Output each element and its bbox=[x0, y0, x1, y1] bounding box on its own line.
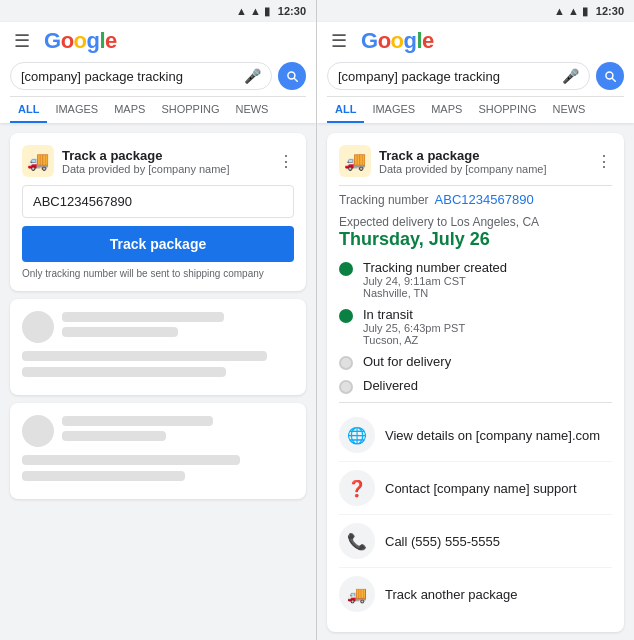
tab-images-right[interactable]: IMAGES bbox=[364, 97, 423, 123]
card-header-right-content: 🚚 Track a package Data provided by [comp… bbox=[339, 145, 547, 177]
timeline-content-2: Out for delivery bbox=[363, 354, 451, 369]
skeleton-lines-1 bbox=[62, 312, 294, 342]
left-panel: ▲ ▲ ▮ 12:30 ☰ Google 🎤 ALL IMAGES MAPS bbox=[0, 0, 317, 640]
question-icon: ❓ bbox=[339, 470, 375, 506]
action-track-another-label: Track another package bbox=[385, 587, 517, 602]
action-view-details[interactable]: 🌐 View details on [company name].com bbox=[339, 409, 612, 462]
timeline-content-1: In transit July 25, 6:43pm PSTTucson, AZ bbox=[363, 307, 465, 346]
status-icons-right: ▲ ▲ ▮ bbox=[554, 5, 588, 18]
header-right: ☰ Google 🎤 ALL IMAGES MAPS SHOPPING NEWS bbox=[317, 22, 634, 123]
battery-icon-right: ▮ bbox=[582, 5, 588, 18]
timeline-title-2: Out for delivery bbox=[363, 354, 451, 369]
skeleton-card-2 bbox=[10, 403, 306, 499]
tab-news-left[interactable]: NEWS bbox=[227, 97, 276, 123]
timeline-content-3: Delivered bbox=[363, 378, 418, 393]
content-right: 🚚 Track a package Data provided by [comp… bbox=[317, 123, 634, 640]
nav-tabs-right: ALL IMAGES MAPS SHOPPING NEWS bbox=[327, 96, 624, 123]
tab-shopping-left[interactable]: SHOPPING bbox=[153, 97, 227, 123]
timeline-item-2: Out for delivery bbox=[339, 354, 612, 370]
action-call-label: Call (555) 555-5555 bbox=[385, 534, 500, 549]
timeline-item-1: In transit July 25, 6:43pm PSTTucson, AZ bbox=[339, 307, 612, 346]
card-title-left: Track a package bbox=[62, 148, 230, 163]
delivery-label: Expected delivery to Los Angeles, CA bbox=[339, 215, 612, 229]
time-left: 12:30 bbox=[278, 5, 306, 17]
skeleton-line-1a bbox=[62, 312, 224, 322]
track-package-button[interactable]: Track package bbox=[22, 226, 294, 262]
divider-1 bbox=[339, 185, 612, 186]
action-contact-support[interactable]: ❓ Contact [company name] support bbox=[339, 462, 612, 515]
track-package-card-right: 🚚 Track a package Data provided by [comp… bbox=[327, 133, 624, 632]
right-panel: ▲ ▲ ▮ 12:30 ☰ Google 🎤 ALL IMAGES MAPS bbox=[317, 0, 634, 640]
timeline-dot-2 bbox=[339, 356, 353, 370]
tracking-number-input[interactable] bbox=[22, 185, 294, 218]
action-track-another[interactable]: 🚚 Track another package bbox=[339, 568, 612, 620]
delivery-date: Thursday, July 26 bbox=[339, 229, 612, 250]
signal-icon-right: ▲ bbox=[554, 5, 565, 17]
search-row-right: 🎤 bbox=[327, 62, 624, 90]
skeleton-line-1b bbox=[62, 327, 178, 337]
action-view-details-label: View details on [company name].com bbox=[385, 428, 600, 443]
skeleton-line-2b bbox=[62, 431, 166, 441]
timeline-title-3: Delivered bbox=[363, 378, 418, 393]
tracking-number-row: Tracking number ABC1234567890 bbox=[339, 192, 612, 207]
mic-icon-right[interactable]: 🎤 bbox=[562, 68, 579, 84]
skeleton-circle-1 bbox=[22, 311, 54, 343]
timeline: Tracking number created July 24, 9:11am … bbox=[339, 260, 612, 394]
phone-icon: 📞 bbox=[339, 523, 375, 559]
three-dots-right[interactable]: ⋮ bbox=[596, 152, 612, 171]
google-logo-right: Google bbox=[361, 28, 434, 54]
skeleton-block-2a bbox=[22, 455, 240, 465]
timeline-title-1: In transit bbox=[363, 307, 465, 322]
card-header-left: 🚚 Track a package Data provided by [comp… bbox=[22, 145, 294, 177]
card-title-right: Track a package bbox=[379, 148, 547, 163]
header-top-right: ☰ Google bbox=[327, 28, 624, 54]
skeleton-circle-2 bbox=[22, 415, 54, 447]
timeline-dot-0 bbox=[339, 262, 353, 276]
search-input-left[interactable] bbox=[21, 69, 238, 84]
globe-icon: 🌐 bbox=[339, 417, 375, 453]
time-right: 12:30 bbox=[596, 5, 624, 17]
signal-icon: ▲ bbox=[236, 5, 247, 17]
search-bar-left[interactable]: 🎤 bbox=[10, 62, 272, 90]
tab-shopping-right[interactable]: SHOPPING bbox=[470, 97, 544, 123]
card-subtitle-right: Data provided by [company name] bbox=[379, 163, 547, 175]
tracking-label: Tracking number bbox=[339, 193, 429, 207]
tab-all-left[interactable]: ALL bbox=[10, 97, 47, 123]
search-row-left: 🎤 bbox=[10, 62, 306, 90]
skeleton-lines-2 bbox=[62, 416, 294, 446]
timeline-item-0: Tracking number created July 24, 9:11am … bbox=[339, 260, 612, 299]
search-input-right[interactable] bbox=[338, 69, 556, 84]
timeline-detail-1: July 25, 6:43pm PSTTucson, AZ bbox=[363, 322, 465, 346]
tracking-number-link[interactable]: ABC1234567890 bbox=[435, 192, 534, 207]
tab-maps-right[interactable]: MAPS bbox=[423, 97, 470, 123]
google-logo-left: Google bbox=[44, 28, 117, 54]
action-call[interactable]: 📞 Call (555) 555-5555 bbox=[339, 515, 612, 568]
card-subtitle-left: Data provided by [company name] bbox=[62, 163, 230, 175]
tab-maps-left[interactable]: MAPS bbox=[106, 97, 153, 123]
status-icons-left: ▲ ▲ ▮ bbox=[236, 5, 270, 18]
skeleton-block-1a bbox=[22, 351, 267, 361]
wifi-icon-right: ▲ bbox=[568, 5, 579, 17]
three-dots-left[interactable]: ⋮ bbox=[278, 152, 294, 171]
hamburger-menu-left[interactable]: ☰ bbox=[10, 28, 34, 54]
card-titles-right: Track a package Data provided by [compan… bbox=[379, 148, 547, 175]
action-contact-label: Contact [company name] support bbox=[385, 481, 577, 496]
tab-news-right[interactable]: NEWS bbox=[544, 97, 593, 123]
timeline-title-0: Tracking number created bbox=[363, 260, 507, 275]
timeline-content-0: Tracking number created July 24, 9:11am … bbox=[363, 260, 507, 299]
card-header-right: 🚚 Track a package Data provided by [comp… bbox=[339, 145, 612, 177]
tab-all-right[interactable]: ALL bbox=[327, 97, 364, 123]
skeleton-line-2a bbox=[62, 416, 213, 426]
mic-icon-left[interactable]: 🎤 bbox=[244, 68, 261, 84]
skeleton-block-1b bbox=[22, 367, 226, 377]
search-bar-right[interactable]: 🎤 bbox=[327, 62, 590, 90]
hamburger-menu-right[interactable]: ☰ bbox=[327, 28, 351, 54]
header-top-left: ☰ Google bbox=[10, 28, 306, 54]
truck-action-icon: 🚚 bbox=[339, 576, 375, 612]
tab-images-left[interactable]: IMAGES bbox=[47, 97, 106, 123]
search-button-left[interactable] bbox=[278, 62, 306, 90]
search-button-right[interactable] bbox=[596, 62, 624, 90]
truck-icon-right: 🚚 bbox=[339, 145, 371, 177]
timeline-dot-3 bbox=[339, 380, 353, 394]
nav-tabs-left: ALL IMAGES MAPS SHOPPING NEWS bbox=[10, 96, 306, 123]
